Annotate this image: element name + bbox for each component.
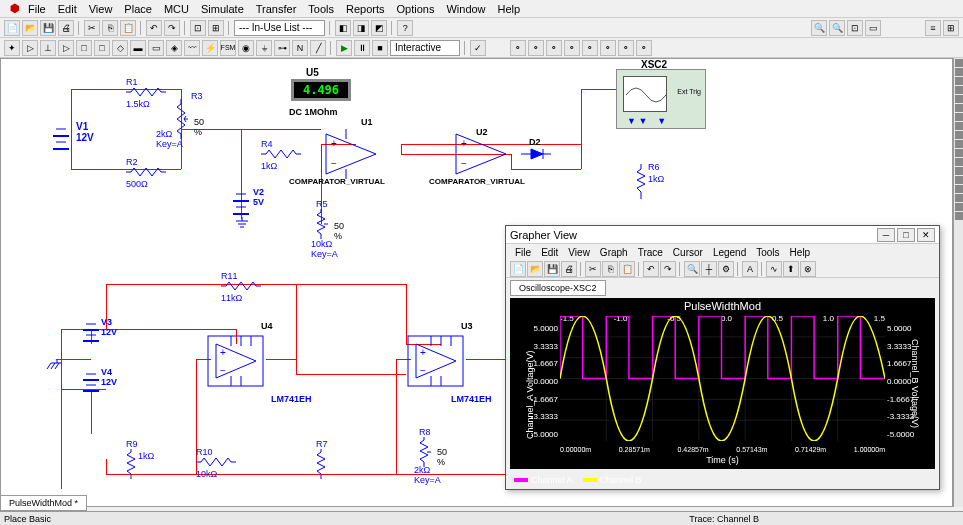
instrument-icon[interactable] — [955, 185, 963, 193]
probe-icon[interactable]: ⚬ — [546, 40, 562, 56]
open-icon[interactable]: 📂 — [22, 20, 38, 36]
menu-view[interactable]: View — [83, 3, 119, 15]
undo-icon[interactable]: ↶ — [146, 20, 162, 36]
grapher-tab[interactable]: Oscilloscope-XSC2 — [510, 280, 606, 296]
voltage-source-v3[interactable] — [81, 321, 101, 348]
opamp-u3[interactable]: +− — [406, 334, 476, 389]
place-electro-icon[interactable]: ⚡ — [202, 40, 218, 56]
multimeter-u5[interactable]: 4.496 — [291, 79, 351, 101]
stop-icon[interactable]: ■ — [372, 40, 388, 56]
ground-icon[interactable] — [234, 217, 250, 231]
instrument-icon[interactable] — [955, 158, 963, 166]
minimize-icon[interactable]: ─ — [877, 228, 895, 242]
gmenu-file[interactable]: File — [510, 247, 536, 258]
gmenu-tools[interactable]: Tools — [751, 247, 784, 258]
menu-place[interactable]: Place — [118, 3, 158, 15]
resistor-r7[interactable]: R7 — [316, 439, 328, 481]
grapher-window[interactable]: Grapher View ─ □ ✕ File Edit View Graph … — [505, 225, 940, 490]
gsave-icon[interactable]: 💾 — [544, 261, 560, 277]
place-misc2-icon[interactable]: ◈ — [166, 40, 182, 56]
gclose-icon[interactable]: ⊗ — [800, 261, 816, 277]
instrument-icon[interactable] — [955, 59, 963, 67]
potentiometer-r5[interactable]: R5 10kΩ 50 % Key=A — [316, 209, 331, 241]
menu-reports[interactable]: Reports — [340, 3, 391, 15]
instrument-icon[interactable] — [955, 149, 963, 157]
resistor-r6[interactable]: R6 1kΩ — [636, 164, 646, 201]
place-power-icon[interactable]: ⏚ — [256, 40, 272, 56]
place-rf-icon[interactable]: 〰 — [184, 40, 200, 56]
probe-icon[interactable]: ⚬ — [564, 40, 580, 56]
save-icon[interactable]: 💾 — [40, 20, 56, 36]
instrument-icon[interactable] — [955, 131, 963, 139]
list-icon[interactable]: ≡ — [925, 20, 941, 36]
sim-mode-dropdown[interactable]: Interactive — [390, 40, 460, 56]
potentiometer-r3[interactable]: R3 2kΩ 50 % Key=A — [176, 99, 191, 141]
place-ladder-icon[interactable]: FSM — [220, 40, 236, 56]
gexport-icon[interactable]: ⬆ — [783, 261, 799, 277]
diode-d2[interactable] — [521, 147, 551, 163]
menu-help[interactable]: Help — [492, 3, 527, 15]
instrument-icon[interactable] — [955, 176, 963, 184]
gmenu-cursor[interactable]: Cursor — [668, 247, 708, 258]
place-bus-icon[interactable]: ╱ — [310, 40, 326, 56]
gcut-icon[interactable]: ✂ — [585, 261, 601, 277]
probe-icon[interactable]: ⚬ — [636, 40, 652, 56]
gmenu-view[interactable]: View — [563, 247, 595, 258]
resistor-r2[interactable]: R2 500Ω — [126, 157, 166, 189]
zoom-out-icon[interactable]: 🔍 — [829, 20, 845, 36]
gcursor-icon[interactable]: ┼ — [701, 261, 717, 277]
probe-icon[interactable]: ⚬ — [600, 40, 616, 56]
place-cmos-icon[interactable]: □ — [94, 40, 110, 56]
new-icon[interactable]: 📄 — [4, 20, 20, 36]
tool-icon[interactable]: ◧ — [335, 20, 351, 36]
print-icon[interactable]: 🖨 — [58, 20, 74, 36]
instrument-icon[interactable] — [955, 104, 963, 112]
cut-icon[interactable]: ✂ — [84, 20, 100, 36]
instrument-icon[interactable] — [955, 95, 963, 103]
probe-icon[interactable]: ⚬ — [528, 40, 544, 56]
gpaste-icon[interactable]: 📋 — [619, 261, 635, 277]
instrument-icon[interactable] — [955, 77, 963, 85]
gprops-icon[interactable]: ⚙ — [718, 261, 734, 277]
opamp-u4[interactable]: +− — [206, 334, 276, 389]
place-basic-icon[interactable]: ✦ — [4, 40, 20, 56]
inuse-list-dropdown[interactable]: --- In-Use List --- — [234, 20, 325, 36]
gredo-icon[interactable]: ↷ — [660, 261, 676, 277]
instrument-icon[interactable] — [955, 113, 963, 121]
menu-transfer[interactable]: Transfer — [250, 3, 303, 15]
redo-icon[interactable]: ↷ — [164, 20, 180, 36]
instrument-icon[interactable] — [955, 122, 963, 130]
resistor-r4[interactable]: R4 1kΩ — [261, 139, 301, 171]
voltage-source-v4[interactable] — [81, 371, 101, 398]
gcopy-icon[interactable]: ⎘ — [602, 261, 618, 277]
place-ttl-icon[interactable]: □ — [76, 40, 92, 56]
menu-tools[interactable]: Tools — [302, 3, 340, 15]
zoom-100-icon[interactable]: ⊡ — [847, 20, 863, 36]
zoom-fit-icon[interactable]: ⊡ — [190, 20, 206, 36]
gundo-icon[interactable]: ↶ — [643, 261, 659, 277]
instrument-icon[interactable] — [955, 86, 963, 94]
menu-window[interactable]: Window — [440, 3, 491, 15]
place-mcu-icon[interactable]: ▬ — [130, 40, 146, 56]
probe-icon[interactable]: ⚬ — [510, 40, 526, 56]
instrument-icon[interactable] — [955, 194, 963, 202]
tool-icon[interactable]: ◨ — [353, 20, 369, 36]
gmenu-legend[interactable]: Legend — [708, 247, 751, 258]
place-ni-icon[interactable]: N — [292, 40, 308, 56]
menu-options[interactable]: Options — [391, 3, 441, 15]
probe-icon[interactable]: ⚬ — [582, 40, 598, 56]
place-advanced-icon[interactable]: ▭ — [148, 40, 164, 56]
doc-tab[interactable]: PulseWidthMod * — [0, 495, 87, 511]
analysis-icon[interactable]: ✓ — [470, 40, 486, 56]
place-misc-icon[interactable]: ◇ — [112, 40, 128, 56]
instrument-icon[interactable] — [955, 167, 963, 175]
probe-icon[interactable]: ⚬ — [618, 40, 634, 56]
place-connector-icon[interactable]: ⊶ — [274, 40, 290, 56]
comparator-u1[interactable]: +− — [321, 129, 381, 179]
run-icon[interactable]: ▶ — [336, 40, 352, 56]
ground-icon[interactable] — [43, 359, 61, 375]
gmenu-edit[interactable]: Edit — [536, 247, 563, 258]
gmenu-trace[interactable]: Trace — [633, 247, 668, 258]
resistor-r1[interactable]: R1 1.5kΩ — [126, 77, 166, 109]
instrument-icon[interactable] — [955, 68, 963, 76]
